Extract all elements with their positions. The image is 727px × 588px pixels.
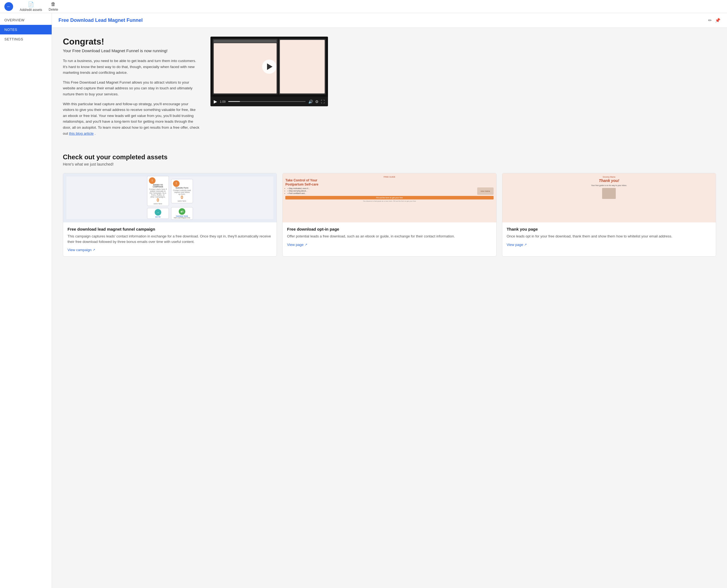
flow-circle-teal: → (155, 209, 161, 215)
were-here-2: were here (173, 200, 191, 202)
edit-icon[interactable]: ✏ (708, 18, 712, 23)
optin-preview-content: FREE GUIDE Take Control of YourPostpartu… (283, 173, 496, 223)
campaign-asset-body: Free download lead magnet funnel campaig… (63, 223, 276, 256)
thankyou-preview: Groomy Mama Thank you! Your free guide i… (502, 173, 716, 223)
node-added-desc: Contact starts here if added manually to… (149, 188, 167, 198)
optin-content: • Stay motivated, even if... • Stop worr… (285, 187, 493, 195)
view-campaign-link[interactable]: View campaign ↗ (67, 248, 95, 252)
node-submits-title: Submits Form (173, 187, 191, 189)
play-button[interactable] (262, 60, 276, 74)
notes-content: Congrats! Your Free Download Lead Magnet… (52, 28, 727, 265)
flow-top-row: ! ADDED TO CAMPAIGN Contact starts here … (147, 176, 193, 206)
flow-diagram: ! ADDED TO CAMPAIGN Contact starts here … (66, 176, 273, 219)
optin-bullet-3: • Feel confident and... (288, 192, 475, 194)
body-paragraph-1: To run a business, you need to be able t… (63, 58, 200, 76)
external-link-icon-campaign: ↗ (92, 248, 95, 252)
external-link-icon-optin: ↗ (305, 243, 307, 247)
video-player: ▶ 1:09 🔊 ⚙ ⛶ (210, 37, 328, 106)
back-icon: ← (6, 4, 11, 9)
video-progress-fill (228, 101, 240, 102)
assets-title: Check out your completed assets (63, 153, 716, 161)
optin-header: FREE GUIDE (285, 176, 493, 178)
sidebar-item-notes[interactable]: NOTES (0, 25, 51, 35)
video-screen (210, 37, 328, 97)
video-time: 1:09 (220, 100, 226, 103)
main-layout: OVERVIEW NOTES SETTINGS Free Download Le… (0, 13, 727, 588)
flow-node-submits: ! Submits Form Contact submits lead capt… (171, 179, 193, 203)
optin-cta: Fill out the form to get your free (285, 196, 493, 200)
pin-icon[interactable]: 📌 (715, 18, 721, 23)
optin-bullet-2: • Stop worrying about... (288, 190, 475, 192)
thankyou-asset-desc: Once leads opt in for your free download… (507, 234, 711, 239)
laptop-top-bar (214, 40, 276, 43)
assets-grid: ! ADDED TO CAMPAIGN Contact starts here … (63, 173, 716, 256)
view-optin-page-link[interactable]: View page ↗ (287, 243, 307, 247)
congrats-section: Congrats! Your Free Download Lead Magnet… (63, 37, 716, 140)
congrats-text: Congrats! Your Free Download Lead Magnet… (63, 37, 200, 140)
page-header: Free Download Lead Magnet Funnel ✏ 📌 (52, 13, 727, 28)
node-submits-desc: Contact submits lead capture and follow … (173, 189, 191, 195)
congrats-body: To run a business, you need to be able t… (63, 58, 200, 136)
ty-body: Your free guide is on its way to your in… (591, 185, 627, 186)
asset-card-thankyou: Groomy Mama Thank you! Your free guide i… (502, 173, 716, 256)
toolbar: ← 📄 Add/edit assets 🗑 Delete (0, 0, 727, 13)
asset-card-optin: FREE GUIDE Take Control of YourPostpartu… (282, 173, 496, 256)
sidebar-item-overview[interactable]: OVERVIEW (0, 15, 51, 25)
add-edit-assets-button[interactable]: 📄 Add/edit assets (20, 1, 42, 12)
campaign-asset-desc: This campaign captures leads' contact in… (67, 234, 272, 244)
fullscreen-icon[interactable]: ⛶ (321, 100, 325, 104)
asset-card-campaign: ! ADDED TO CAMPAIGN Contact starts here … (63, 173, 277, 256)
volume-icon[interactable]: 🔊 (308, 100, 313, 104)
optin-title: Take Control of YourPostpartum Self-care (285, 178, 493, 186)
flow-action-goto: → GO TO (147, 208, 169, 219)
sidebar: OVERVIEW NOTES SETTINGS (0, 13, 52, 588)
back-button[interactable]: ← (4, 2, 13, 11)
thankyou-preview-content: Groomy Mama Thank you! Your free guide i… (502, 173, 716, 223)
thankyou-asset-name: Thank you page (507, 227, 711, 231)
assets-section: Check out your completed assets Here's w… (63, 153, 716, 256)
campaign-asset-name: Free download lead magnet funnel campaig… (67, 227, 272, 231)
view-thankyou-page-link[interactable]: View page ↗ (507, 243, 527, 247)
campaign-preview: ! ADDED TO CAMPAIGN Contact starts here … (63, 173, 276, 223)
delete-icon: 🗑 (51, 1, 56, 7)
video-control-icons: 🔊 ⚙ ⛶ (308, 100, 325, 104)
video-play-icon[interactable]: ▶ (214, 99, 217, 104)
flow-circle-green: 🏷 (179, 208, 185, 215)
congrats-title: Congrats! (63, 37, 200, 47)
body-paragraph-3: With this particular lead capture and fo… (63, 101, 200, 136)
congrats-subtitle: Your Free Download Lead Magnet Funnel is… (63, 48, 200, 53)
flow-bottom-row: → GO TO 🏷 CHANGE TAGS Add Lead Magnet On… (147, 207, 193, 220)
ty-title: Thank you! (599, 178, 619, 183)
flow-circle-orange-2: ! (173, 180, 180, 187)
video-progress-bar[interactable] (228, 101, 306, 102)
optin-asset-body: Free download opt-in page Offer potentia… (283, 223, 496, 251)
tablet-screen (279, 39, 326, 94)
node-added-title: ADDED TO CAMPAIGN (149, 184, 167, 188)
video-controls: ▶ 1:09 🔊 ⚙ ⛶ (210, 97, 328, 106)
were-here-1: were here (149, 203, 167, 205)
external-link-icon-thankyou: ↗ (524, 243, 527, 247)
page-header-actions: ✏ 📌 (708, 18, 721, 23)
assets-subtitle: Here's what we just launched! (63, 162, 716, 166)
ty-header: Groomy Mama (603, 176, 615, 178)
optin-bullet-1: • Stay motivated, even if... (288, 187, 475, 189)
sidebar-item-settings[interactable]: SETTINGS (0, 35, 51, 44)
optin-asset-name: Free download opt-in page (287, 227, 492, 231)
tablet-content (280, 40, 325, 93)
ty-image (602, 188, 616, 199)
add-edit-icon: 📄 (28, 1, 34, 7)
optin-list: • Stay motivated, even if... • Stop worr… (285, 187, 475, 194)
optin-footer: You deserve to feel great as a new mom. … (285, 200, 493, 202)
delete-button[interactable]: 🗑 Delete (49, 1, 58, 12)
optin-preview: FREE GUIDE Take Control of YourPostpartu… (283, 173, 496, 223)
flow-action-tags: 🏷 CHANGE TAGS Add Lead Magnet One (171, 207, 193, 220)
optin-left: • Stay motivated, even if... • Stop worr… (285, 187, 475, 195)
flow-circle-orange: ! (149, 177, 155, 184)
action-tag-sub: Add Lead Magnet One (173, 217, 191, 218)
settings-icon[interactable]: ⚙ (315, 100, 319, 104)
blog-link[interactable]: this blog article (69, 131, 94, 135)
node-count-2: 0 (173, 195, 191, 200)
thankyou-asset-body: Thank you page Once leads opt in for you… (502, 223, 716, 251)
optin-asset-desc: Offer potential leads a free download, s… (287, 234, 492, 239)
flow-node-added: ! ADDED TO CAMPAIGN Contact starts here … (147, 176, 169, 206)
